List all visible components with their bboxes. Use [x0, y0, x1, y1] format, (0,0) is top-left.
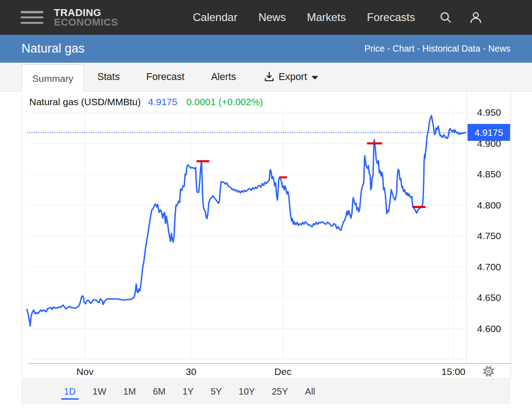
logo[interactable]: TRADING ECONOMICS — [54, 8, 139, 27]
tab-stats[interactable]: Stats — [84, 71, 133, 83]
x-axis-label: Nov — [64, 366, 106, 377]
nav-item-calendar[interactable]: Calendar — [193, 11, 237, 24]
primary-nav: CalendarNewsMarketsForecasts — [193, 11, 415, 24]
topbar-icons — [439, 11, 482, 24]
tab-row: StatsForecastAlertsExport — [84, 63, 326, 91]
x-axis-label: Dec — [262, 366, 303, 377]
logo-line2: ECONOMICS — [54, 17, 139, 27]
tab-summary[interactable]: Summary — [21, 64, 84, 92]
range-option-1y[interactable]: 1Y — [180, 384, 196, 400]
tab-strip: Summary StatsForecastAlertsExport — [0, 63, 532, 91]
logo-line1: TRADING — [54, 8, 139, 17]
header-link-price[interactable]: Price — [364, 43, 384, 54]
y-axis-label: 4.650 — [468, 292, 511, 303]
range-option-1m[interactable]: 1M — [121, 384, 139, 400]
y-axis-label: 4.950 — [468, 107, 511, 118]
export-label: Export — [279, 71, 307, 83]
user-icon[interactable] — [469, 11, 482, 24]
range-option-1w[interactable]: 1W — [90, 384, 109, 400]
tab-alerts[interactable]: Alerts — [198, 71, 250, 83]
range-option-all[interactable]: All — [302, 384, 318, 400]
range-option-1d[interactable]: 1D — [61, 384, 79, 400]
export-button[interactable]: Export — [250, 71, 326, 83]
range-option-6m[interactable]: 6M — [150, 384, 168, 400]
y-axis-label: 4.800 — [468, 200, 511, 211]
page-header: Natural gas Price - Chart - Historical D… — [0, 35, 532, 63]
nav-item-news[interactable]: News — [258, 11, 286, 24]
hamburger-menu-icon[interactable] — [21, 11, 43, 24]
caret-down-icon — [312, 76, 318, 80]
header-link-historical-data[interactable]: Historical Data — [422, 43, 480, 54]
gear-icon[interactable] — [482, 364, 495, 378]
links-separator: - — [385, 43, 393, 54]
current-price-badge: 4.9175 — [468, 124, 510, 141]
range-option-5y[interactable]: 5Y — [208, 384, 224, 400]
price-line — [27, 116, 465, 326]
price-chart-plot[interactable] — [22, 93, 511, 379]
top-navigation-bar: TRADING ECONOMICS CalendarNewsMarketsFor… — [0, 0, 532, 35]
links-separator: - — [415, 43, 422, 54]
chart-change-percent: (+0.002%) — [218, 96, 263, 107]
download-icon — [263, 71, 275, 83]
range-option-10y[interactable]: 10Y — [236, 384, 258, 400]
chart-header: Natural gas (USD/MMBtu) 4.9175 0.0001 (+… — [29, 96, 263, 107]
x-axis-label: 15:00 — [433, 366, 474, 377]
chart-change-value: 0.0001 — [186, 96, 216, 107]
y-axis-label: 4.850 — [468, 169, 511, 180]
nav-item-forecasts[interactable]: Forecasts — [367, 11, 415, 24]
y-axis-label: 4.750 — [468, 230, 511, 241]
tab-forecast[interactable]: Forecast — [133, 71, 198, 83]
page-title: Natural gas — [21, 42, 85, 56]
chart-price-value: 4.9175 — [148, 96, 177, 107]
chart-panel: Natural gas (USD/MMBtu) 4.9175 0.0001 (+… — [21, 93, 511, 379]
header-link-chart[interactable]: Chart — [393, 43, 415, 54]
y-axis-label: 4.600 — [468, 323, 511, 334]
links-separator: - — [480, 43, 488, 54]
header-link-news[interactable]: News — [488, 43, 511, 54]
y-axis-label: 4.700 — [468, 262, 511, 273]
range-selector: 1D1W1M6M1Y5Y10Y25YAll — [21, 379, 511, 404]
nav-item-markets[interactable]: Markets — [307, 11, 346, 24]
breadcrumb-links: Price - Chart - Historical Data - News — [364, 43, 511, 54]
range-option-25y[interactable]: 25Y — [269, 384, 291, 400]
search-icon[interactable] — [439, 11, 452, 24]
chart-instrument-label: Natural gas (USD/MMBtu) — [29, 96, 141, 107]
x-axis-label: 30 — [170, 366, 212, 377]
